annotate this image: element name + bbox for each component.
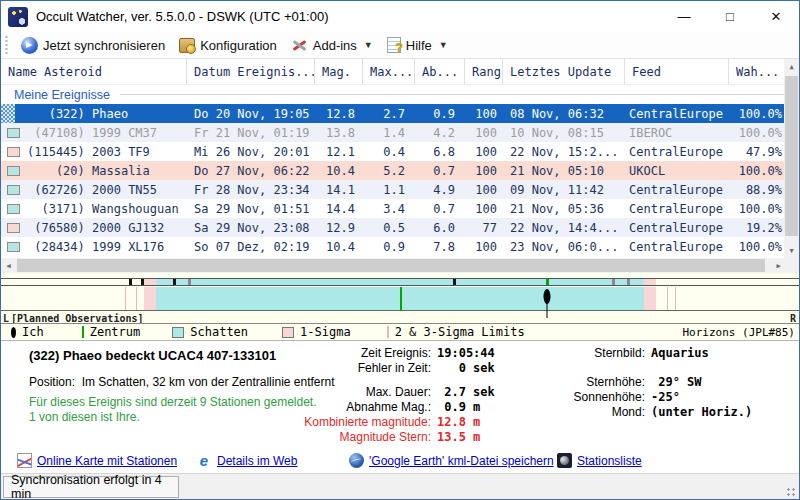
cell-wah: 19.2% xyxy=(729,221,786,235)
scroll-left-icon[interactable]: ◀ xyxy=(1,258,16,273)
cell-name: (3171) Wangshouguan xyxy=(27,202,187,216)
event-row[interactable]: (76580) 2000 GJ132Sa 29 Nov, 23:0812.90.… xyxy=(1,218,799,237)
addins-label: Add-ins xyxy=(313,38,357,53)
band-segment-shadow xyxy=(156,279,644,285)
column-header[interactable]: Feed xyxy=(625,59,729,84)
station-tick[interactable] xyxy=(129,279,132,285)
horizontal-scrollbar[interactable]: ◀ ▶ xyxy=(1,258,786,273)
vertical-scrollbar[interactable]: ▲ ▼ xyxy=(784,59,799,258)
detail-label: Sternhöhe: xyxy=(553,375,645,389)
cell-update: 09 Nov, 11:42 xyxy=(503,183,625,197)
minimize-button[interactable]: — xyxy=(661,1,707,32)
cell-datum: Fr 21 Nov, 01:19 xyxy=(187,126,315,140)
cell-datum: Sa 29 Nov, 23:08 xyxy=(187,221,315,235)
detail-row: Sonnenhöhe:-25° xyxy=(553,389,793,404)
event-row[interactable]: (322) PhaeoDo 20 Nov, 19:0512.82.70.9100… xyxy=(1,104,799,123)
station-tick[interactable] xyxy=(627,279,630,285)
detail-row: Mond:(unter Horiz.) xyxy=(553,404,793,419)
group-header[interactable]: Meine Ereignisse xyxy=(1,85,799,104)
detail-value: 2.7 sek xyxy=(437,385,495,399)
position-label: Position: xyxy=(29,375,75,389)
online-map-label: Online Karte mit Stationen xyxy=(37,454,177,468)
event-status-icon xyxy=(1,237,27,256)
resize-grip[interactable] xyxy=(786,487,796,497)
cell-rang: 100 xyxy=(465,126,503,140)
app-icon xyxy=(8,7,28,27)
scroll-down-icon[interactable]: ▼ xyxy=(784,243,799,258)
vertical-scroll-thumb[interactable] xyxy=(785,76,798,236)
configuration-button[interactable]: Konfiguration xyxy=(172,36,284,55)
detail-row: Abnahme Mag.: 0.9 m xyxy=(253,399,513,414)
station-list-label: Stationsliste xyxy=(577,454,642,468)
station-tick[interactable] xyxy=(173,279,176,285)
horizontal-scroll-thumb[interactable] xyxy=(17,259,765,272)
event-times-block: Zeit Ereignis:19:05:44Fehler in Zeit: 0 … xyxy=(253,345,513,444)
google-earth-kml-link[interactable]: 'Google Earth' kml-Datei speichern xyxy=(349,453,554,468)
cell-ab: 7.8 xyxy=(415,240,465,254)
maximize-button[interactable]: □ xyxy=(707,1,753,32)
sync-now-button[interactable]: Jetzt synchronisieren xyxy=(14,35,172,56)
cell-feed: UKOCL xyxy=(625,164,729,178)
station-tick[interactable] xyxy=(453,279,456,285)
scroll-up-icon[interactable]: ▲ xyxy=(784,59,799,74)
column-header[interactable]: Letztes Update xyxy=(503,59,625,84)
sigma1-swatch-icon xyxy=(282,327,294,338)
help-menu-button[interactable]: Hilfe ▼ xyxy=(380,35,455,55)
event-row[interactable]: (115445) 2003 TF9Mi 26 Nov, 20:0112.10.4… xyxy=(1,142,799,161)
cell-update: 23 Nov, 06:0... xyxy=(503,240,625,254)
detail-row: Sternbild:Aquarius xyxy=(553,345,793,360)
event-row[interactable]: (62726) 2000 TN55Fr 28 Nov, 23:3414.11.1… xyxy=(1,180,799,199)
toolbar-grip[interactable] xyxy=(4,35,9,55)
cell-max: 0.5 xyxy=(363,221,415,235)
detail-value: Aquarius xyxy=(651,346,709,360)
web-details-link[interactable]: e Details im Web xyxy=(196,453,297,469)
event-row[interactable]: (20) MassaliaDo 27 Nov, 06:2210.45.20.71… xyxy=(1,161,799,180)
event-details-panel: (322) Phaeo bedeckt UCAC4 407-133101 Pos… xyxy=(1,341,799,451)
sync-label: Jetzt synchronisieren xyxy=(43,38,165,53)
column-header[interactable]: Ab... xyxy=(415,59,465,84)
addins-menu-button[interactable]: Add-ins ▼ xyxy=(284,35,380,55)
my-station-marker[interactable] xyxy=(543,289,550,304)
cell-wah: 100.0% xyxy=(729,164,786,178)
column-header[interactable]: Name Asteroid xyxy=(1,59,187,84)
cell-mag: 14.1 xyxy=(315,183,363,197)
station-list-link[interactable]: Stationsliste xyxy=(557,453,642,468)
station-tick[interactable] xyxy=(612,279,615,285)
close-button[interactable]: ✕ xyxy=(753,1,799,32)
column-header[interactable]: Mag. xyxy=(315,59,363,84)
event-row[interactable]: (3171) WangshouguanSa 29 Nov, 01:5114.43… xyxy=(1,199,799,218)
detail-value: (unter Horiz.) xyxy=(651,405,752,419)
observations-strip[interactable] xyxy=(1,278,799,286)
cell-rang: 100 xyxy=(465,183,503,197)
column-header[interactable]: Datum Ereignis... xyxy=(187,59,315,84)
shadow-band[interactable] xyxy=(1,287,799,311)
column-header[interactable]: Wah... xyxy=(729,59,786,84)
cell-rang: 100 xyxy=(465,145,503,159)
station-tick[interactable] xyxy=(546,279,549,285)
cell-mag: 12.8 xyxy=(315,107,363,121)
status-bar: Synchronisation erfolgt in 4 min xyxy=(1,473,799,500)
title-bar: Occult Watcher, ver. 5.5.0.0 - DSWK (UTC… xyxy=(1,1,799,32)
cell-rang: 100 xyxy=(465,202,503,216)
occult-watcher-window: Occult Watcher, ver. 5.5.0.0 - DSWK (UTC… xyxy=(0,0,800,500)
legend-1sigma: 1-Sigma xyxy=(300,325,351,339)
station-tick[interactable] xyxy=(188,279,191,285)
detail-label: Abnahme Mag.: xyxy=(253,400,431,414)
cell-rang: 77 xyxy=(465,221,503,235)
column-header[interactable]: Max... xyxy=(363,59,415,84)
cell-datum: Sa 29 Nov, 01:51 xyxy=(187,202,315,216)
band-segment-sigma1 xyxy=(644,279,656,285)
cell-mag: 13.8 xyxy=(315,126,363,140)
cell-datum: So 07 Dez, 02:19 xyxy=(187,240,315,254)
station-tick[interactable] xyxy=(141,279,144,285)
legend-zentrum: Zentrum xyxy=(90,325,141,339)
column-header[interactable]: Rang xyxy=(465,59,503,84)
cell-mag: 10.4 xyxy=(315,240,363,254)
event-row[interactable]: (47108) 1999 CM37Fr 21 Nov, 01:1913.81.4… xyxy=(1,123,799,142)
cell-datum: Mi 26 Nov, 20:01 xyxy=(187,145,315,159)
legend-ich: Ich xyxy=(22,325,44,339)
online-map-link[interactable]: Online Karte mit Stationen xyxy=(17,453,177,468)
event-row[interactable]: (28434) 1999 XL176So 07 Dez, 02:1910.40.… xyxy=(1,237,799,256)
stations-icon xyxy=(557,453,572,468)
detail-row: Max. Dauer: 2.7 sek xyxy=(253,384,513,399)
